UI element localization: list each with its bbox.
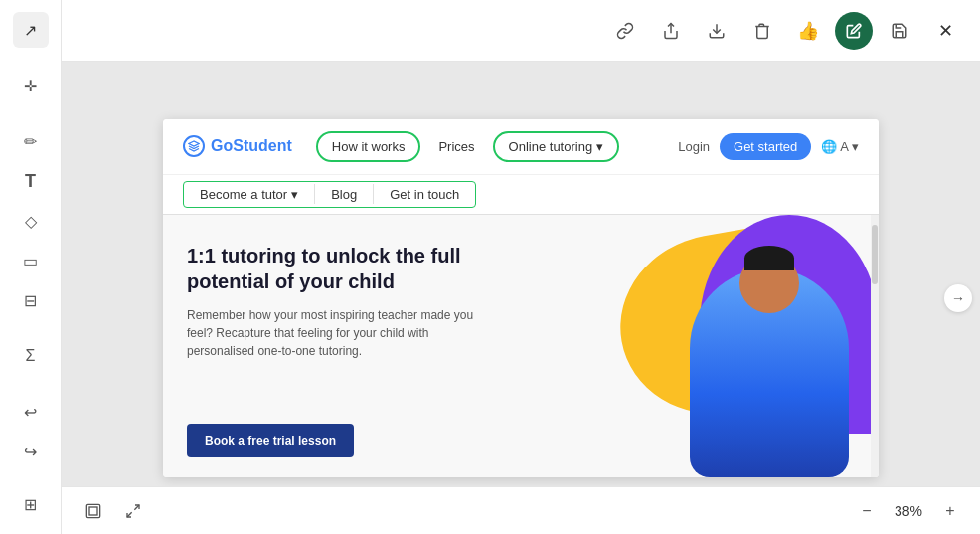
bottom-left xyxy=(78,495,149,527)
kid-hair xyxy=(744,246,794,270)
thumbs-up-button[interactable]: 👍 xyxy=(789,12,827,50)
link-button[interactable] xyxy=(606,12,644,50)
second-nav-blog[interactable]: Blog xyxy=(315,182,373,207)
website-preview: GoStudent How it works Prices Online tut… xyxy=(163,119,879,477)
hero-title: 1:1 tutoring to unlock the full potentia… xyxy=(187,243,477,294)
nav-language[interactable]: 🌐 A ▾ xyxy=(821,139,859,154)
left-toolbar: ↗ ✛ ✏ T ◇ ▭ ⊟ Σ ↩ ↪ ⊞ xyxy=(0,0,62,534)
undo-icon[interactable]: ↩ xyxy=(13,394,49,430)
hero-section: 1:1 tutoring to unlock the full potentia… xyxy=(163,215,879,477)
hero-cta-button[interactable]: Book a free trial lesson xyxy=(187,424,354,457)
second-nav-become-tutor[interactable]: Become a tutor ▾ xyxy=(184,182,314,207)
scrollbar[interactable] xyxy=(871,215,879,477)
eraser-icon[interactable]: ◇ xyxy=(13,203,49,239)
site-nav: GoStudent How it works Prices Online tut… xyxy=(163,119,879,175)
move-icon[interactable]: ✛ xyxy=(13,68,49,103)
zoom-in-button[interactable]: + xyxy=(936,497,964,525)
scrollbar-thumb xyxy=(872,225,878,284)
second-nav-get-in-touch[interactable]: Get in touch xyxy=(374,182,475,207)
hero-left: 1:1 tutoring to unlock the full potentia… xyxy=(163,215,501,477)
logo-text: GoStudent xyxy=(211,137,292,155)
nav-online-tutoring[interactable]: Online tutoring ▾ xyxy=(493,131,620,162)
zoom-level: 38% xyxy=(889,503,928,519)
redo-icon[interactable]: ↪ xyxy=(13,434,49,469)
svg-rect-3 xyxy=(89,507,97,515)
nav-prices[interactable]: Prices xyxy=(424,133,488,160)
save-button[interactable] xyxy=(881,12,918,50)
svg-line-5 xyxy=(127,512,132,517)
second-nav-items: Become a tutor ▾ Blog Get in touch xyxy=(183,181,476,208)
nav-how-it-works[interactable]: How it works xyxy=(316,131,421,162)
close-button[interactable]: ✕ xyxy=(926,12,964,50)
pen-icon[interactable]: ✏ xyxy=(13,123,49,159)
edit-mode-button[interactable] xyxy=(835,12,873,50)
cursor-icon[interactable]: ↗ xyxy=(13,12,49,48)
frame-button[interactable] xyxy=(78,495,109,527)
lang-icon: 🌐 xyxy=(821,139,837,154)
zoom-out-button[interactable]: − xyxy=(853,497,881,525)
svg-line-4 xyxy=(134,505,139,510)
second-nav: Become a tutor ▾ Blog Get in touch xyxy=(163,175,879,215)
nav-get-started-button[interactable]: Get started xyxy=(720,133,811,160)
logo-icon xyxy=(183,135,205,157)
expand-button[interactable] xyxy=(117,495,149,527)
next-arrow-button[interactable]: → xyxy=(944,284,972,312)
bottom-bar: − 38% + xyxy=(62,486,980,534)
become-tutor-chevron-icon: ▾ xyxy=(291,187,298,202)
hero-subtitle: Remember how your most inspiring teacher… xyxy=(187,306,477,360)
hero-right xyxy=(501,215,879,477)
lang-chevron-icon: ▾ xyxy=(852,139,859,154)
bottom-right: − 38% + xyxy=(853,497,964,525)
nav-right: Login Get started 🌐 A ▾ xyxy=(678,133,859,160)
text-icon[interactable]: T xyxy=(13,163,49,199)
site-logo: GoStudent xyxy=(183,135,292,157)
nav-items: How it works Prices Online tutoring ▾ xyxy=(316,131,678,162)
download-button[interactable] xyxy=(698,12,735,50)
chevron-icon: ▾ xyxy=(596,139,603,154)
share-button[interactable] xyxy=(652,12,690,50)
main-content: GoStudent How it works Prices Online tut… xyxy=(62,62,980,534)
kid-head xyxy=(739,254,799,313)
sigma-icon[interactable]: Σ xyxy=(13,338,49,374)
kid-illustration xyxy=(690,268,849,477)
grid-icon[interactable]: ⊞ xyxy=(13,486,49,522)
nav-login[interactable]: Login xyxy=(678,139,710,154)
note-icon[interactable]: ⊟ xyxy=(13,282,49,318)
delete-button[interactable] xyxy=(743,12,781,50)
top-toolbar: 👍 ✕ xyxy=(62,0,980,62)
rectangle-icon[interactable]: ▭ xyxy=(13,243,49,278)
